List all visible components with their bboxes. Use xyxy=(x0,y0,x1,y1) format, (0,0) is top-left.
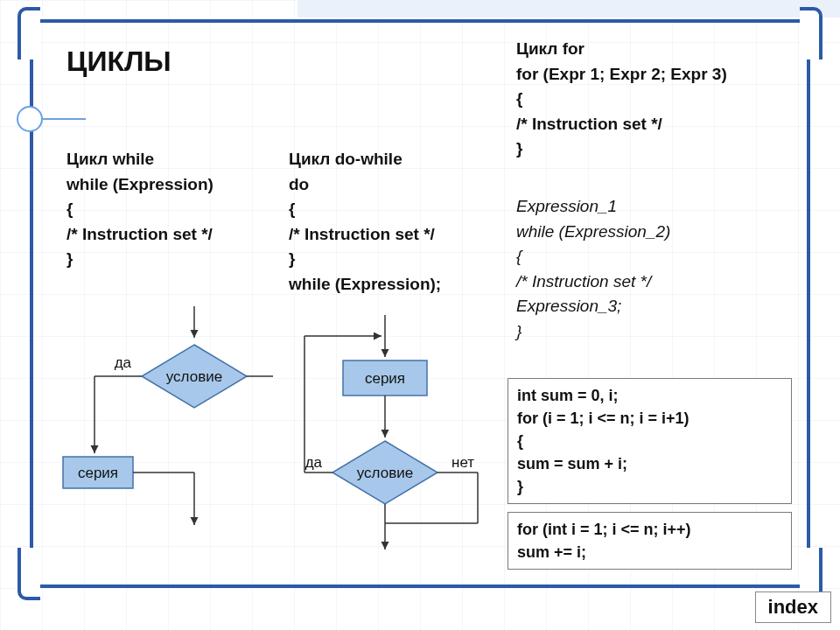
example-code-1: int sum = 0, i; for (i = 1; i <= n; i = … xyxy=(508,378,792,504)
dowhile-syntax: Цикл do-while do { /* Instruction set */… xyxy=(289,147,441,297)
dowhile-no-label: нет xyxy=(452,454,474,471)
index-button[interactable]: index xyxy=(755,592,831,623)
while-condition-label: условие xyxy=(166,368,222,385)
while-series-label: серия xyxy=(78,465,118,481)
page-title: ЦИКЛЫ xyxy=(66,46,172,78)
dowhile-flowchart: серия условие да нет xyxy=(289,315,516,578)
dowhile-yes-label: да xyxy=(305,454,323,471)
for-expanded: Expression_1 while (Expression_2) { /* I… xyxy=(516,194,670,344)
for-syntax: Цикл for for (Expr 1; Expr 2; Expr 3) { … xyxy=(516,37,727,162)
accent-circle-icon xyxy=(17,106,43,132)
while-flowchart: условие да серия xyxy=(52,306,280,569)
while-yes-label: да xyxy=(115,354,132,371)
while-syntax: Цикл while while (Expression) { /* Instr… xyxy=(66,147,214,272)
dowhile-condition-label: условие xyxy=(357,465,413,481)
dowhile-series-label: серия xyxy=(365,370,405,387)
example-code-2: for (int i = 1; i <= n; i++) sum += i; xyxy=(508,512,792,570)
